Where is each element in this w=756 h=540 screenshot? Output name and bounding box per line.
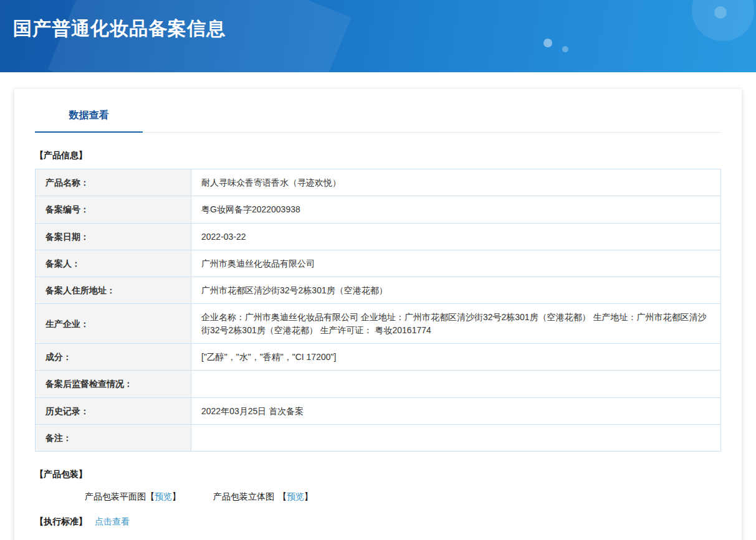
packaging-row: 产品包装平面图 【 预览 】 产品包装立体图 【 预览 】	[85, 491, 721, 503]
packaging-flat-group: 产品包装平面图 【 预览 】	[85, 491, 181, 503]
page: 国产普通化妆品备案信息 数据查看 【产品信息】 产品名称： 耐人寻味众香寄语香水…	[0, 0, 756, 540]
row-label: 备案人住所地址：	[36, 277, 191, 304]
table-row-product-name: 产品名称： 耐人寻味众香寄语香水（寻迹欢悦）	[36, 169, 721, 196]
row-label: 备案日期：	[36, 223, 191, 250]
bracket-open: 【	[278, 491, 287, 503]
row-label: 产品名称：	[36, 169, 191, 196]
table-row-supervision: 备案后监督检查情况：	[36, 371, 721, 397]
row-value	[191, 424, 721, 451]
table-row-record-number: 备案编号： 粤G妆网备字2022003938	[36, 196, 721, 223]
execution-standard-row: 【执行标准】 点击查看	[35, 516, 721, 528]
row-label: 备案人：	[36, 250, 191, 277]
row-label: 生产企业：	[36, 304, 191, 344]
row-value: 粤G妆网备字2022003938	[191, 196, 721, 223]
packaging-flat-preview-link[interactable]: 预览	[155, 491, 172, 503]
table-row-record-date: 备案日期： 2022-03-22	[36, 223, 721, 250]
section-product-info: 【产品信息】	[35, 150, 721, 161]
product-info-table: 产品名称： 耐人寻味众香寄语香水（寻迹欢悦） 备案编号： 粤G妆网备字20220…	[35, 169, 721, 452]
execution-standard-view-link[interactable]: 点击查看	[95, 516, 130, 528]
bracket-close: 】	[172, 491, 181, 503]
page-header: 国产普通化妆品备案信息	[0, 0, 756, 72]
row-value: ["乙醇"，"水"，"香精"，"CI 17200"]	[191, 344, 721, 371]
content-card: 数据查看 【产品信息】 产品名称： 耐人寻味众香寄语香水（寻迹欢悦） 备案编号：…	[14, 89, 742, 540]
row-label: 备注：	[36, 424, 191, 451]
row-label: 成分：	[36, 344, 191, 371]
header-decoration-dot	[543, 39, 552, 47]
packaging-stereo-group: 产品包装立体图 【 预览 】	[213, 491, 313, 503]
section-execution-standard: 【执行标准】	[35, 516, 87, 528]
row-value: 2022年03月25日 首次备案	[191, 397, 721, 424]
header-decoration-dot	[562, 46, 568, 52]
table-row-manufacturer: 生产企业： 企业名称：广州市奥迪丝化妆品有限公司 企业地址：广州市花都区清沙街3…	[36, 304, 721, 344]
row-value: 企业名称：广州市奥迪丝化妆品有限公司 企业地址：广州市花都区清沙街32号2栋30…	[191, 304, 721, 344]
bracket-close: 】	[304, 491, 313, 503]
page-title: 国产普通化妆品备案信息	[13, 16, 226, 42]
packaging-stereo-label: 产品包装立体图	[213, 491, 274, 503]
row-value: 2022-03-22	[191, 223, 721, 250]
table-row-remarks: 备注：	[36, 424, 721, 451]
row-value: 广州市花都区清沙街32号2栋301房（空港花都）	[191, 277, 721, 304]
packaging-stereo-preview-link[interactable]: 预览	[287, 491, 304, 503]
packaging-flat-label: 产品包装平面图	[85, 491, 146, 503]
tab-data-view[interactable]: 数据查看	[35, 109, 143, 133]
row-value: 耐人寻味众香寄语香水（寻迹欢悦）	[191, 169, 721, 196]
table-row-registrant: 备案人： 广州市奥迪丝化妆品有限公司	[36, 250, 721, 277]
table-row-ingredients: 成分： ["乙醇"，"水"，"香精"，"CI 17200"]	[36, 344, 721, 371]
bracket-open: 【	[146, 491, 155, 503]
row-value	[191, 371, 721, 397]
row-label: 历史记录：	[36, 397, 191, 424]
tab-bar: 数据查看	[35, 89, 721, 133]
row-label: 备案编号：	[36, 196, 191, 223]
section-product-packaging: 【产品包装】	[35, 469, 721, 480]
header-decoration-circle	[692, 0, 754, 41]
row-value: 广州市奥迪丝化妆品有限公司	[191, 250, 721, 277]
table-row-history: 历史记录： 2022年03月25日 首次备案	[36, 397, 721, 424]
row-label: 备案后监督检查情况：	[36, 371, 191, 397]
table-row-registrant-address: 备案人住所地址： 广州市花都区清沙街32号2栋301房（空港花都）	[36, 277, 721, 304]
